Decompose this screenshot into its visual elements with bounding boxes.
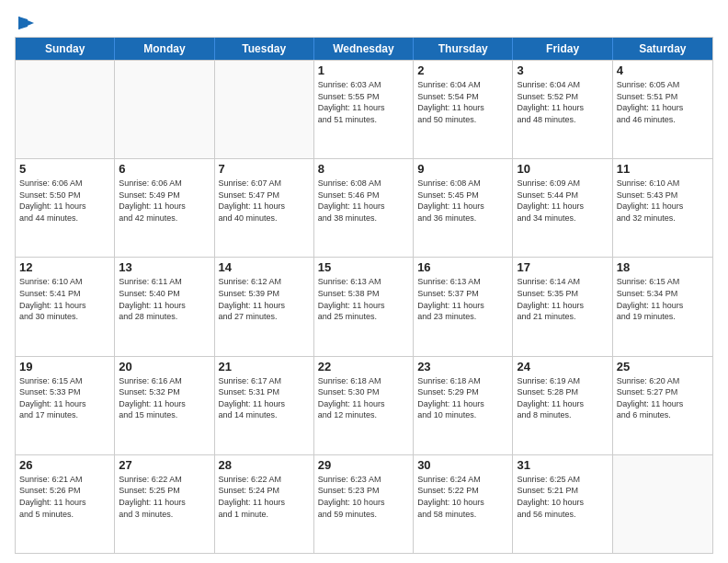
calendar-cell — [613, 455, 712, 553]
cell-info: Sunrise: 6:04 AM Sunset: 5:52 PM Dayligh… — [517, 79, 608, 125]
day-number: 7 — [219, 162, 310, 176]
calendar-cell: 17Sunrise: 6:14 AM Sunset: 5:35 PM Dayli… — [513, 258, 612, 355]
svg-marker-1 — [18, 17, 28, 29]
calendar-header: SundayMondayTuesdayWednesdayThursdayFrid… — [16, 38, 712, 60]
logo — [15, 15, 37, 28]
cell-info: Sunrise: 6:06 AM Sunset: 5:49 PM Dayligh… — [119, 178, 210, 224]
day-number: 20 — [119, 360, 210, 373]
calendar-cell — [115, 61, 214, 158]
weekday-header: Friday — [513, 38, 612, 60]
calendar-cell: 6Sunrise: 6:06 AM Sunset: 5:49 PM Daylig… — [115, 159, 214, 257]
day-number: 24 — [517, 360, 608, 373]
logo-flag-icon — [16, 15, 36, 31]
day-number: 2 — [417, 63, 508, 77]
day-number: 27 — [119, 458, 210, 472]
cell-info: Sunrise: 6:21 AM Sunset: 5:26 PM Dayligh… — [19, 474, 110, 520]
cell-info: Sunrise: 6:18 AM Sunset: 5:29 PM Dayligh… — [417, 375, 508, 421]
header — [15, 15, 713, 28]
day-number: 11 — [617, 162, 709, 176]
calendar-cell: 2Sunrise: 6:04 AM Sunset: 5:54 PM Daylig… — [414, 61, 513, 158]
cell-info: Sunrise: 6:13 AM Sunset: 5:37 PM Dayligh… — [417, 276, 508, 322]
day-number: 26 — [19, 458, 110, 472]
calendar-row: 12Sunrise: 6:10 AM Sunset: 5:41 PM Dayli… — [16, 257, 712, 355]
cell-info: Sunrise: 6:16 AM Sunset: 5:32 PM Dayligh… — [119, 375, 210, 421]
calendar-cell — [16, 61, 115, 158]
day-number: 19 — [19, 360, 110, 373]
calendar-row: 5Sunrise: 6:06 AM Sunset: 5:50 PM Daylig… — [16, 158, 712, 257]
cell-info: Sunrise: 6:17 AM Sunset: 5:31 PM Dayligh… — [219, 375, 310, 421]
calendar-cell: 15Sunrise: 6:13 AM Sunset: 5:38 PM Dayli… — [314, 258, 414, 355]
calendar-cell: 14Sunrise: 6:12 AM Sunset: 5:39 PM Dayli… — [215, 258, 314, 355]
calendar: SundayMondayTuesdayWednesdayThursdayFrid… — [15, 37, 713, 554]
day-number: 28 — [219, 458, 310, 472]
calendar-cell: 4Sunrise: 6:05 AM Sunset: 5:51 PM Daylig… — [613, 61, 712, 158]
calendar-cell: 8Sunrise: 6:08 AM Sunset: 5:46 PM Daylig… — [314, 159, 414, 257]
calendar-cell: 30Sunrise: 6:24 AM Sunset: 5:22 PM Dayli… — [414, 455, 513, 553]
cell-info: Sunrise: 6:14 AM Sunset: 5:35 PM Dayligh… — [517, 276, 608, 322]
calendar-cell: 18Sunrise: 6:15 AM Sunset: 5:34 PM Dayli… — [613, 258, 712, 355]
cell-info: Sunrise: 6:03 AM Sunset: 5:55 PM Dayligh… — [318, 79, 409, 125]
calendar-cell — [215, 61, 314, 158]
cell-info: Sunrise: 6:10 AM Sunset: 5:43 PM Dayligh… — [617, 178, 709, 224]
day-number: 10 — [517, 162, 608, 176]
day-number: 30 — [417, 458, 508, 472]
calendar-cell: 13Sunrise: 6:11 AM Sunset: 5:40 PM Dayli… — [115, 258, 214, 355]
cell-info: Sunrise: 6:11 AM Sunset: 5:40 PM Dayligh… — [119, 276, 210, 322]
cell-info: Sunrise: 6:15 AM Sunset: 5:33 PM Dayligh… — [19, 375, 110, 421]
calendar-cell: 25Sunrise: 6:20 AM Sunset: 5:27 PM Dayli… — [613, 357, 712, 454]
cell-info: Sunrise: 6:05 AM Sunset: 5:51 PM Dayligh… — [617, 79, 709, 125]
cell-info: Sunrise: 6:12 AM Sunset: 5:39 PM Dayligh… — [219, 276, 310, 322]
calendar-cell: 16Sunrise: 6:13 AM Sunset: 5:37 PM Dayli… — [414, 258, 513, 355]
calendar-row: 26Sunrise: 6:21 AM Sunset: 5:26 PM Dayli… — [16, 454, 712, 553]
cell-info: Sunrise: 6:22 AM Sunset: 5:24 PM Dayligh… — [219, 474, 310, 520]
day-number: 17 — [517, 260, 608, 274]
weekday-header: Wednesday — [314, 38, 414, 60]
day-number: 25 — [617, 360, 709, 373]
day-number: 13 — [119, 260, 210, 274]
weekday-header: Monday — [115, 38, 214, 60]
day-number: 21 — [219, 360, 310, 373]
calendar-cell: 3Sunrise: 6:04 AM Sunset: 5:52 PM Daylig… — [513, 61, 612, 158]
cell-info: Sunrise: 6:23 AM Sunset: 5:23 PM Dayligh… — [318, 474, 409, 520]
cell-info: Sunrise: 6:10 AM Sunset: 5:41 PM Dayligh… — [19, 276, 110, 322]
day-number: 5 — [19, 162, 110, 176]
calendar-cell: 12Sunrise: 6:10 AM Sunset: 5:41 PM Dayli… — [16, 258, 115, 355]
day-number: 9 — [417, 162, 508, 176]
cell-info: Sunrise: 6:19 AM Sunset: 5:28 PM Dayligh… — [517, 375, 608, 421]
calendar-cell: 26Sunrise: 6:21 AM Sunset: 5:26 PM Dayli… — [16, 455, 115, 553]
calendar-cell: 7Sunrise: 6:07 AM Sunset: 5:47 PM Daylig… — [215, 159, 314, 257]
calendar-cell: 31Sunrise: 6:25 AM Sunset: 5:21 PM Dayli… — [513, 455, 612, 553]
cell-info: Sunrise: 6:20 AM Sunset: 5:27 PM Dayligh… — [617, 375, 709, 421]
calendar-cell: 27Sunrise: 6:22 AM Sunset: 5:25 PM Dayli… — [115, 455, 214, 553]
weekday-header: Tuesday — [215, 38, 314, 60]
day-number: 12 — [19, 260, 110, 274]
cell-info: Sunrise: 6:18 AM Sunset: 5:30 PM Dayligh… — [318, 375, 409, 421]
calendar-cell: 28Sunrise: 6:22 AM Sunset: 5:24 PM Dayli… — [215, 455, 314, 553]
cell-info: Sunrise: 6:25 AM Sunset: 5:21 PM Dayligh… — [517, 474, 608, 520]
day-number: 31 — [517, 458, 608, 472]
calendar-cell: 9Sunrise: 6:08 AM Sunset: 5:45 PM Daylig… — [414, 159, 513, 257]
day-number: 18 — [617, 260, 709, 274]
day-number: 3 — [517, 63, 608, 77]
calendar-body: 1Sunrise: 6:03 AM Sunset: 5:55 PM Daylig… — [16, 60, 712, 553]
cell-info: Sunrise: 6:04 AM Sunset: 5:54 PM Dayligh… — [417, 79, 508, 125]
calendar-cell: 21Sunrise: 6:17 AM Sunset: 5:31 PM Dayli… — [215, 357, 314, 454]
weekday-header: Sunday — [16, 38, 115, 60]
page: SundayMondayTuesdayWednesdayThursdayFrid… — [0, 0, 728, 563]
cell-info: Sunrise: 6:09 AM Sunset: 5:44 PM Dayligh… — [517, 178, 608, 224]
calendar-cell: 10Sunrise: 6:09 AM Sunset: 5:44 PM Dayli… — [513, 159, 612, 257]
day-number: 16 — [417, 260, 508, 274]
day-number: 1 — [318, 63, 409, 77]
day-number: 22 — [318, 360, 409, 373]
calendar-row: 19Sunrise: 6:15 AM Sunset: 5:33 PM Dayli… — [16, 356, 712, 454]
cell-info: Sunrise: 6:22 AM Sunset: 5:25 PM Dayligh… — [119, 474, 210, 520]
calendar-cell: 1Sunrise: 6:03 AM Sunset: 5:55 PM Daylig… — [314, 61, 414, 158]
calendar-cell: 20Sunrise: 6:16 AM Sunset: 5:32 PM Dayli… — [115, 357, 214, 454]
calendar-cell: 29Sunrise: 6:23 AM Sunset: 5:23 PM Dayli… — [314, 455, 414, 553]
day-number: 4 — [617, 63, 709, 77]
cell-info: Sunrise: 6:07 AM Sunset: 5:47 PM Dayligh… — [219, 178, 310, 224]
cell-info: Sunrise: 6:24 AM Sunset: 5:22 PM Dayligh… — [417, 474, 508, 520]
day-number: 8 — [318, 162, 409, 176]
day-number: 23 — [417, 360, 508, 373]
cell-info: Sunrise: 6:08 AM Sunset: 5:46 PM Dayligh… — [318, 178, 409, 224]
